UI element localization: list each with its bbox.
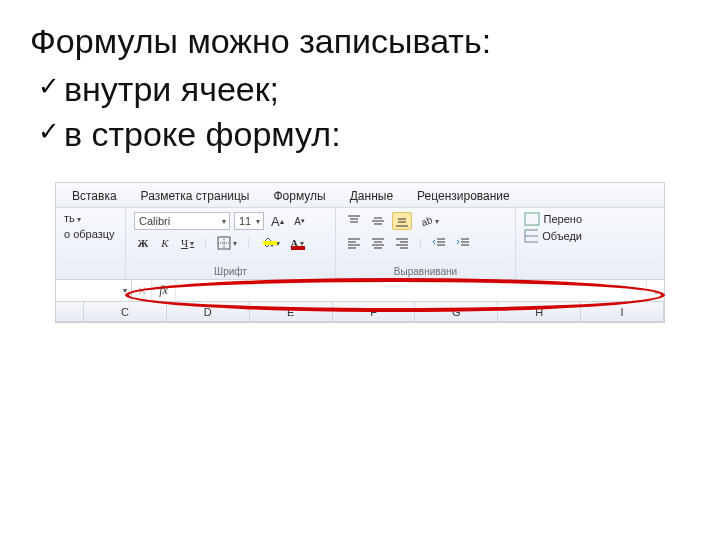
format-painter-fragment[interactable]: о образцу: [64, 228, 106, 240]
ribbon-tabs: Вставка Разметка страницы Формулы Данные…: [56, 183, 664, 208]
grow-font-button[interactable]: A▴: [268, 212, 287, 230]
bullet-text: в строке формул:: [64, 112, 341, 158]
wrap-text-icon: [524, 212, 540, 226]
column-header[interactable]: F: [333, 302, 416, 321]
column-header[interactable]: C: [84, 302, 167, 321]
group-alignment: ab▾ Выравнивани: [336, 208, 516, 279]
outdent-icon: [432, 237, 446, 249]
caret-down-icon: ▾: [256, 217, 260, 226]
font-color-button[interactable]: A▾: [287, 234, 307, 252]
column-header[interactable]: D: [167, 302, 250, 321]
column-header[interactable]: I: [581, 302, 664, 321]
paste-button-fragment[interactable]: ть▾: [64, 212, 106, 224]
cancel-button[interactable]: ✕: [132, 280, 152, 301]
increase-indent-button[interactable]: [453, 234, 473, 252]
align-middle-button[interactable]: [368, 212, 388, 230]
tab-data[interactable]: Данные: [350, 189, 393, 203]
group-font: Calibri▾ 11▾ A▴ A▾: [126, 208, 336, 279]
underline-button[interactable]: Ч▾: [178, 234, 197, 252]
bullet-text: внутри ячеек;: [64, 67, 279, 113]
wrap-text-button[interactable]: Перено: [524, 212, 582, 226]
bullet-item: ✓ в строке формул:: [38, 112, 690, 158]
font-size-combo[interactable]: 11▾: [234, 212, 264, 230]
group-label: [64, 263, 117, 277]
fill-color-button[interactable]: ▾: [257, 234, 283, 252]
tab-review[interactable]: Рецензирование: [417, 189, 510, 203]
column-header[interactable]: E: [250, 302, 333, 321]
caret-down-icon: ▾: [77, 215, 81, 224]
column-header[interactable]: H: [498, 302, 581, 321]
align-center-button[interactable]: [368, 234, 388, 252]
bullet-list: ✓ внутри ячеек; ✓ в строке формул:: [30, 67, 690, 159]
bold-button[interactable]: Ж: [134, 234, 152, 252]
orientation-icon: ab: [419, 214, 433, 228]
indent-icon: [456, 237, 470, 249]
italic-button[interactable]: К: [156, 234, 174, 252]
column-headers: C D E F G H I: [56, 302, 664, 322]
align-bottom-button[interactable]: [392, 212, 412, 230]
merge-cells-icon: [524, 229, 538, 243]
column-header[interactable]: G: [415, 302, 498, 321]
shrink-font-button[interactable]: A▾: [291, 212, 309, 230]
select-all-corner[interactable]: [56, 302, 84, 321]
expand-formula-bar-button[interactable]: ⌄: [646, 280, 664, 301]
name-box[interactable]: ▾: [56, 280, 132, 301]
group-label-font: Шрифт: [134, 263, 327, 277]
borders-icon: [217, 236, 231, 250]
tab-formulas[interactable]: Формулы: [273, 189, 325, 203]
bullet-item: ✓ внутри ячеек;: [38, 67, 690, 113]
caret-down-icon: ▾: [190, 239, 194, 248]
checkmark-icon: ✓: [38, 67, 64, 106]
caret-down-icon: ▾: [222, 217, 226, 226]
checkmark-icon: ✓: [38, 112, 64, 151]
formula-input[interactable]: [176, 280, 646, 301]
tab-insert[interactable]: Вставка: [72, 189, 117, 203]
group-clipboard: ть▾ о образцу: [56, 208, 126, 279]
group-label-alignment: Выравнивани: [344, 263, 507, 277]
caret-down-icon: ▾: [233, 239, 237, 248]
align-left-button[interactable]: [344, 234, 364, 252]
svg-rect-32: [525, 213, 539, 225]
orientation-button[interactable]: ab▾: [416, 212, 442, 230]
ribbon-body: ть▾ о образцу Calibri▾: [56, 208, 664, 280]
excel-ribbon-screenshot: Вставка Разметка страницы Формулы Данные…: [55, 182, 665, 323]
insert-function-button[interactable]: fx: [152, 280, 176, 301]
merge-cells-button[interactable]: Объеди: [524, 229, 582, 243]
svg-text:ab: ab: [420, 214, 433, 228]
decrease-indent-button[interactable]: [429, 234, 449, 252]
formula-bar: ▾ ✕ fx ⌄: [56, 280, 664, 302]
align-top-button[interactable]: [344, 212, 364, 230]
align-right-button[interactable]: [392, 234, 412, 252]
tab-page-layout[interactable]: Разметка страницы: [141, 189, 250, 203]
caret-down-icon: ▾: [435, 217, 439, 226]
slide-title: Формулы можно записывать:: [30, 20, 690, 63]
group-merge: Перено Объеди: [516, 208, 664, 279]
font-name-combo[interactable]: Calibri▾: [134, 212, 230, 230]
caret-down-icon: ▾: [123, 286, 127, 295]
borders-button[interactable]: ▾: [214, 234, 240, 252]
